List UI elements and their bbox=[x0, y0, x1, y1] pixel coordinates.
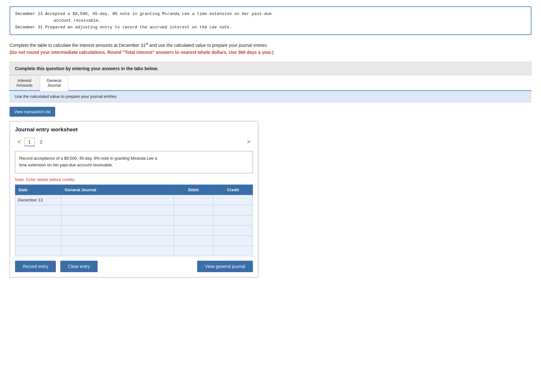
table-row bbox=[15, 205, 253, 215]
row1-date: December 13 bbox=[15, 195, 62, 205]
row6-credit-input[interactable] bbox=[213, 246, 253, 256]
row5-debit-cell[interactable] bbox=[174, 236, 213, 246]
tab-content-header: Use the calculated value to prepare your… bbox=[10, 91, 531, 102]
row4-journal-cell[interactable] bbox=[61, 225, 174, 236]
tab-section-header: Complete this question by entering your … bbox=[10, 62, 531, 75]
row2-credit-input[interactable] bbox=[213, 205, 253, 215]
top-line-1b: account receivable. bbox=[15, 18, 526, 24]
row2-journal-cell[interactable] bbox=[61, 205, 174, 215]
table-row bbox=[15, 246, 253, 256]
row4-date bbox=[15, 225, 62, 236]
journal-worksheet-box: Journal entry worksheet < 1 2 > Record a… bbox=[10, 121, 258, 278]
row5-credit-input[interactable] bbox=[213, 236, 253, 246]
row3-date bbox=[15, 215, 62, 225]
row6-journal-input[interactable] bbox=[62, 246, 174, 256]
row4-debit-cell[interactable] bbox=[174, 225, 213, 236]
tab-interest-amounts[interactable]: InterestAmounts bbox=[10, 75, 39, 90]
row1-journal-input[interactable] bbox=[62, 195, 174, 205]
instructions-main: Complete the table to calculate the inte… bbox=[10, 43, 145, 48]
row3-journal-input[interactable] bbox=[62, 215, 174, 225]
row5-journal-input[interactable] bbox=[62, 236, 174, 246]
col-credit: Credit bbox=[213, 185, 253, 195]
bottom-buttons: Record entry Clear entry View general jo… bbox=[15, 261, 253, 272]
record-entry-button[interactable]: Record entry bbox=[15, 261, 56, 272]
top-line-2: December 31 Prepared an adjusting entry … bbox=[15, 24, 526, 31]
top-line-1: December 13 Accepted a $9,500, 45-day, 8… bbox=[15, 11, 526, 18]
col-debit: Debit bbox=[174, 185, 213, 195]
row6-journal-cell[interactable] bbox=[61, 246, 174, 256]
pagination-row: < 1 2 > bbox=[15, 137, 253, 147]
journal-table: Date General Journal Debit Credit Decemb… bbox=[15, 185, 253, 256]
row5-journal-cell[interactable] bbox=[61, 236, 174, 246]
row4-credit-cell[interactable] bbox=[213, 225, 253, 236]
instructions: Complete the table to calculate the inte… bbox=[10, 41, 531, 56]
row4-credit-input[interactable] bbox=[213, 226, 253, 236]
row3-debit-cell[interactable] bbox=[174, 215, 213, 225]
row1-debit-input[interactable] bbox=[174, 195, 213, 205]
row5-date bbox=[15, 236, 62, 246]
row4-journal-input[interactable] bbox=[62, 226, 174, 236]
row3-credit-cell[interactable] bbox=[213, 215, 253, 225]
row3-credit-input[interactable] bbox=[213, 215, 253, 225]
row3-debit-input[interactable] bbox=[174, 215, 213, 225]
row6-date bbox=[15, 246, 62, 256]
row5-debit-input[interactable] bbox=[174, 236, 213, 246]
row5-credit-cell[interactable] bbox=[213, 236, 253, 246]
page-2[interactable]: 2 bbox=[36, 138, 46, 146]
row2-date bbox=[15, 205, 62, 215]
row2-debit-input[interactable] bbox=[174, 205, 213, 215]
clear-entry-button[interactable]: Clear entry bbox=[60, 261, 97, 272]
row6-debit-cell[interactable] bbox=[174, 246, 213, 256]
table-row bbox=[15, 215, 253, 225]
page-1[interactable]: 1 bbox=[24, 138, 35, 146]
entry-description-box: Record acceptance of a $9,500, 45-day, 8… bbox=[15, 151, 253, 173]
row2-journal-input[interactable] bbox=[62, 205, 174, 215]
view-general-journal-button[interactable]: View general journal bbox=[197, 261, 253, 272]
entry-description-text: Record acceptance of a $9,500, 45-day, 8… bbox=[19, 156, 157, 167]
table-row: December 13 bbox=[15, 195, 253, 205]
note-text: Note: Enter debits before credits. bbox=[15, 177, 253, 182]
col-general-journal: General Journal bbox=[61, 185, 174, 195]
instructions-warning: (Do not round your intermediate calculat… bbox=[10, 50, 274, 55]
next-arrow[interactable]: > bbox=[244, 137, 253, 147]
instructions-main2: and use the calculated value to prepare … bbox=[148, 43, 268, 48]
tabs-container: InterestAmounts GeneralJournal bbox=[10, 75, 531, 91]
row2-credit-cell[interactable] bbox=[213, 205, 253, 215]
row6-debit-input[interactable] bbox=[174, 246, 213, 256]
row3-journal-cell[interactable] bbox=[61, 215, 174, 225]
row1-credit-cell[interactable] bbox=[213, 195, 253, 205]
prev-arrow[interactable]: < bbox=[15, 137, 24, 147]
row1-journal-cell[interactable] bbox=[61, 195, 174, 205]
row1-debit-cell[interactable] bbox=[174, 195, 213, 205]
journal-table-wrapper: Date General Journal Debit Credit Decemb… bbox=[15, 185, 253, 256]
table-row bbox=[15, 225, 253, 236]
row6-credit-cell[interactable] bbox=[213, 246, 253, 256]
row4-debit-input[interactable] bbox=[174, 226, 213, 236]
row1-credit-input[interactable] bbox=[213, 195, 253, 205]
view-transaction-button[interactable]: View transaction list bbox=[10, 107, 55, 117]
journal-worksheet-title: Journal entry worksheet bbox=[15, 127, 253, 133]
row2-debit-cell[interactable] bbox=[174, 205, 213, 215]
tab-general-journal[interactable]: GeneralJournal bbox=[40, 75, 68, 91]
table-row bbox=[15, 236, 253, 246]
col-date: Date bbox=[15, 185, 62, 195]
top-text-box: December 13 Accepted a $9,500, 45-day, 8… bbox=[10, 6, 531, 35]
